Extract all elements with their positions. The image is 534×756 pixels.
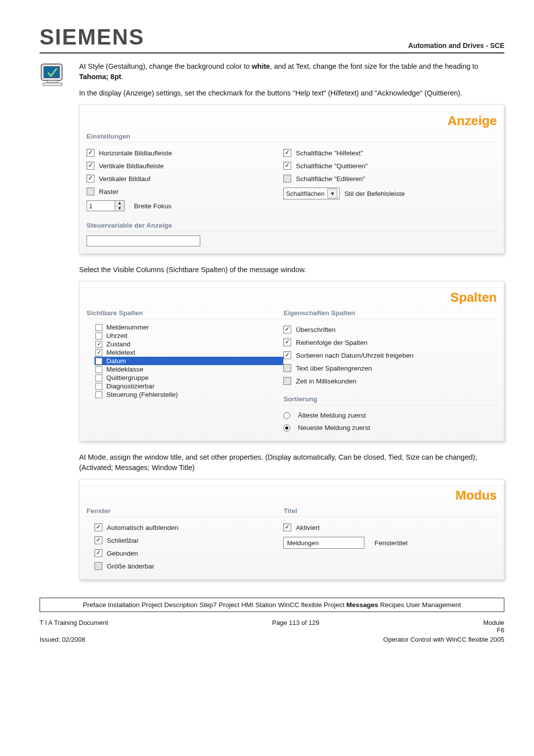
lbl-hilfetext: Schaltfläche "Hilfetext"	[296, 149, 363, 157]
lbl-fenstertitel: Fenstertitel	[374, 539, 407, 547]
chk-text-ueber-grenzen[interactable]	[283, 364, 291, 372]
lbl-meldetext: Meldetext	[106, 349, 135, 356]
stepper-up-icon[interactable]: ▲	[115, 201, 124, 206]
lb-uhrzeit[interactable]	[95, 332, 102, 339]
lbl-raster: Raster	[99, 188, 119, 195]
chk-reihenfolge[interactable]	[283, 338, 291, 346]
lbl-closeable: Schließbar	[107, 537, 139, 544]
radio-oldest-first[interactable]	[283, 412, 290, 419]
chk-hilfetext[interactable]	[283, 149, 291, 157]
lb-datum[interactable]	[95, 358, 102, 365]
header-right: Automation and Drives - SCE	[408, 42, 504, 49]
toolbar-style-value: Schaltflächen	[286, 190, 324, 197]
lb-meldetext[interactable]	[95, 349, 102, 356]
modus-title: Modus	[80, 486, 504, 504]
chk-sortieren-datum[interactable]	[283, 351, 291, 359]
bc-preface: Preface	[83, 601, 106, 609]
anzeige-title: Anzeige	[80, 111, 504, 130]
stepper-down-icon[interactable]: ▼	[115, 206, 124, 211]
lbl-sortieren-datum: Sortieren nach Datum/Uhrzeit freigeben	[296, 352, 413, 359]
chk-ueberschriften[interactable]	[283, 326, 291, 333]
lbl-zustand: Zustand	[106, 340, 131, 348]
lb-diagnostizierbar[interactable]	[95, 383, 102, 390]
footer-right3: Operator Control with WinCC flexible 200…	[383, 636, 504, 643]
sec-sortierung: Sortierung	[283, 392, 497, 405]
steuervariable-input[interactable]	[87, 236, 200, 246]
sec-titel: Titel	[283, 504, 497, 517]
sec-fenster: Fenster	[87, 504, 283, 517]
lbl-aktiviert: Aktiviert	[296, 524, 319, 531]
chk-closeable[interactable]	[94, 536, 102, 544]
lb-steuerung[interactable]	[95, 391, 102, 398]
bc-step7: Step7 Project	[199, 601, 239, 609]
lbl-ueberschriften: Überschriften	[296, 326, 335, 333]
chk-bound[interactable]	[94, 549, 102, 557]
anzeige-panel: Anzeige Einstellungen Horizontale Bildla…	[79, 104, 504, 254]
footer-center1: Page 113 of 129	[272, 619, 319, 626]
chk-auto-show[interactable]	[94, 523, 102, 531]
list-row-selected[interactable]: Datum	[94, 357, 283, 365]
lb-meldenummer[interactable]	[95, 324, 102, 331]
lb-meldeklasse[interactable]	[95, 366, 102, 373]
lb-zustand[interactable]	[95, 341, 102, 348]
lbl-toolbar-style: Stil der Befehlsleiste	[344, 190, 404, 197]
bc-messages: Messages	[346, 601, 378, 609]
focus-width-stepper[interactable]: 1 ▲▼	[87, 200, 125, 211]
lbl-uhrzeit: Uhrzeit	[106, 332, 128, 339]
chk-raster[interactable]	[87, 188, 94, 195]
radio-newest-first[interactable]	[283, 425, 290, 431]
spalten-title: Spalten	[80, 288, 504, 306]
window-title-input[interactable]: Meldungen	[283, 537, 364, 549]
anzeige-sec-einstellungen: Einstellungen	[87, 130, 497, 142]
lbl-resizable: Größe änderbar	[107, 563, 154, 570]
chk-aktiviert[interactable]	[283, 523, 291, 531]
focus-width-value[interactable]: 1	[87, 200, 115, 211]
sec-eigenschaften-spalten: Eigenschaften Spalten	[283, 306, 497, 319]
lbl-meldenummer: Meldenummer	[106, 324, 149, 331]
chk-vert-bildlauf[interactable]	[87, 175, 94, 183]
lbl-newest-first: Neueste Meldung zuerst	[298, 424, 370, 431]
bc-install: Installation	[108, 601, 140, 609]
breadcrumb: Preface Installation Project Description…	[40, 598, 504, 612]
lbl-editieren: Schaltfläche "Editieren"	[296, 175, 365, 183]
lb-quittiergruppe[interactable]	[95, 375, 102, 381]
paragraph-mode: At Mode, assign the window title, and se…	[79, 452, 504, 473]
paragraph-style: At Style (Gestaltung), change the backgr…	[79, 61, 504, 82]
bc-user: User Management	[406, 601, 461, 609]
chk-vert-scroll[interactable]	[87, 162, 94, 170]
lbl-zeit-ms: Zeit in Millisekunden	[296, 378, 356, 385]
lbl-auto-show: Automatisch aufblenden	[107, 524, 178, 531]
footer-right1: Module	[483, 619, 504, 626]
monitor-icon	[40, 61, 67, 89]
lbl-meldeklasse: Meldeklasse	[106, 366, 143, 373]
visible-columns-list[interactable]: Meldenummer Uhrzeit Zustand Meldetext Da…	[94, 323, 283, 399]
footer-left2: Issued: 02/2008	[40, 636, 86, 643]
lbl-vert-bildlauf: Vertikaler Bildlauf	[99, 175, 150, 183]
lbl-vert-scroll: Vertikale Bildlaufleiste	[99, 162, 164, 170]
svg-rect-2	[47, 81, 58, 83]
chk-quittieren[interactable]	[283, 162, 291, 170]
chevron-down-icon[interactable]: ▼	[327, 189, 337, 198]
sec-sichtbare-spalten: Sichtbare Spalten	[87, 306, 283, 319]
lbl-text-ueber-grenzen: Text über Spaltengrenzen	[296, 365, 372, 372]
bc-recipes: Recipes	[380, 601, 404, 609]
bc-wincc: WinCC flexible Project	[278, 601, 344, 609]
lbl-horiz-scroll: Horizontale Bildlaufleiste	[99, 149, 172, 157]
lbl-reihenfolge: Reihenfolge der Spalten	[296, 339, 367, 346]
p1-b: white	[252, 62, 270, 70]
p1-c: , and at Text, change the font size for …	[270, 62, 478, 70]
chk-horiz-scroll[interactable]	[87, 149, 94, 157]
toolbar-style-select[interactable]: Schaltflächen ▼	[283, 188, 340, 199]
p1-d: Tahoma; 8pt	[79, 73, 121, 81]
brand-logo: SIEMENS	[40, 25, 144, 49]
chk-editieren[interactable]	[283, 175, 291, 183]
p1-e: .	[121, 73, 123, 81]
lbl-focus-width: Breite Fokus	[134, 202, 172, 210]
chk-zeit-ms[interactable]	[283, 377, 291, 385]
anzeige-sec-steuervar: Steuervariable der Anzeige	[87, 219, 497, 232]
svg-rect-3	[43, 83, 62, 86]
spalten-panel: Spalten Sichtbare Spalten Meldenummer Uh…	[79, 281, 504, 441]
svg-rect-1	[44, 67, 60, 78]
footer-left1: T I A Training Document	[40, 619, 108, 626]
chk-resizable[interactable]	[94, 562, 102, 570]
